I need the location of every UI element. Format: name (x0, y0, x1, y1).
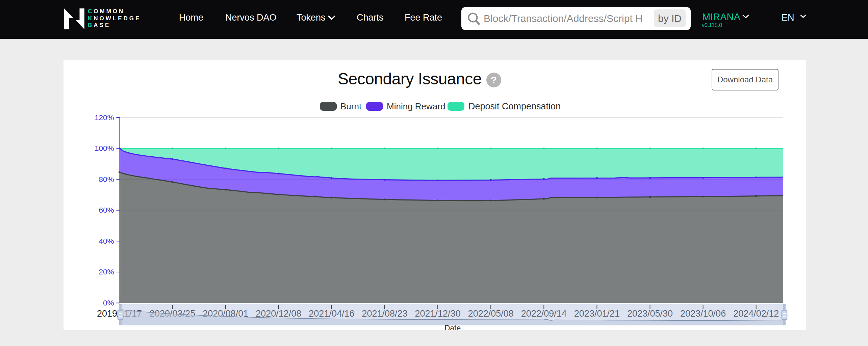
svg-text:0%: 0% (103, 299, 114, 307)
svg-text:60%: 60% (99, 206, 114, 214)
svg-text:120%: 120% (95, 113, 114, 122)
svg-text:40%: 40% (99, 237, 114, 245)
svg-text:100%: 100% (95, 144, 114, 153)
svg-text:80%: 80% (99, 175, 114, 184)
svg-text:20%: 20% (99, 268, 114, 276)
